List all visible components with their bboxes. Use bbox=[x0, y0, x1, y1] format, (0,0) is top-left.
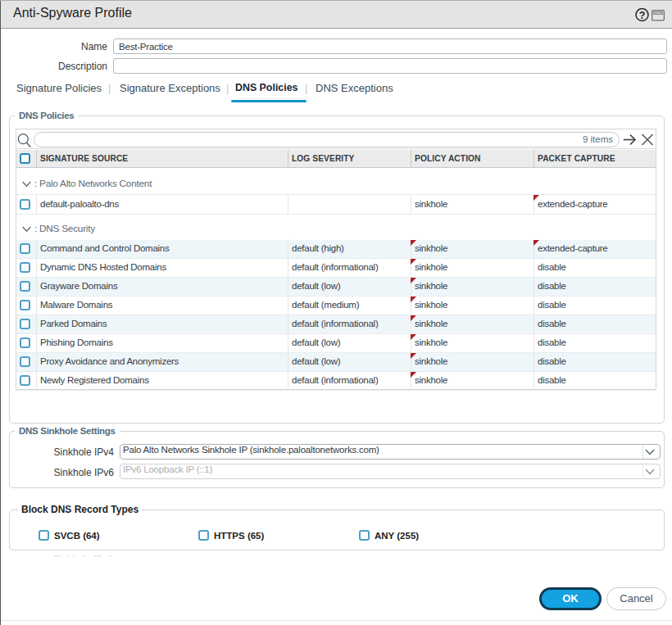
svg-text:?: ? bbox=[639, 10, 646, 21]
